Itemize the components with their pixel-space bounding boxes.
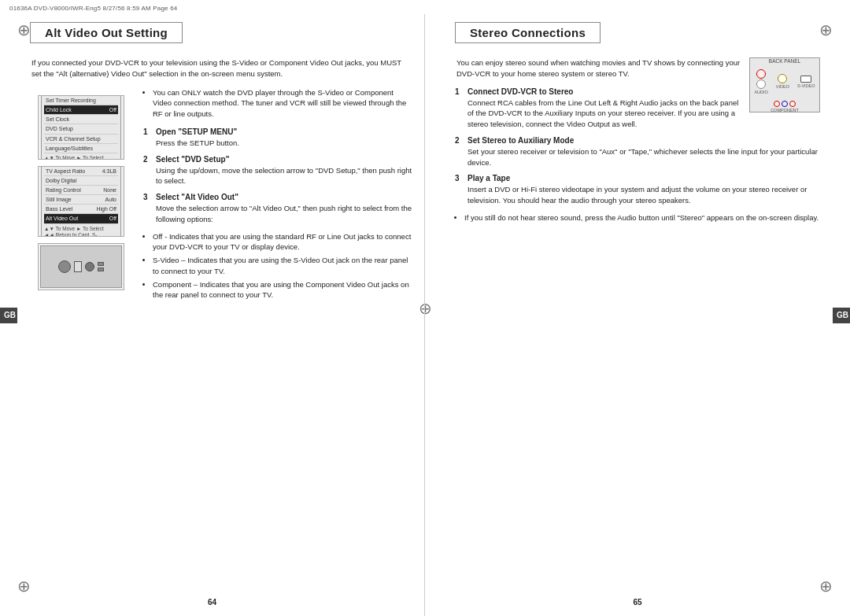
option-bullet-2: S-Video – Indicates that you are using t… [153, 255, 413, 277]
video-label: VIDEO [776, 84, 789, 89]
connector-group-component: COMPONENT [771, 101, 799, 113]
step-1-body: Press the SETUP button. [156, 138, 413, 149]
screen2-row6: Alt Video OutOff [44, 214, 118, 223]
steps-area: You can ONLY watch the DVD player throug… [143, 87, 413, 309]
right-step-2-content: Set Stereo to Auxiliary Mode Set your st… [468, 136, 820, 168]
step-1-content: Open "SETUP MENU" Press the SETUP button… [156, 127, 413, 149]
right-step-3-content: Play a Tape Insert a DVD or Hi-Fi stereo… [468, 174, 820, 206]
step-3-content: Select "Alt Video Out" Move the selectio… [156, 193, 413, 225]
screen1-row1: Set Timer Recording [44, 96, 118, 105]
page-number-left: 64 [208, 598, 216, 607]
left-intro: If you connected your DVD-VCR to your te… [30, 57, 413, 79]
left-section-header: Alt Video Out Setting [30, 22, 413, 51]
screen2-row2: Dolby Digital [44, 176, 118, 186]
step-2-body: Using the up/down, move the selection ar… [156, 165, 413, 187]
screen2-row5: Bass LevelHigh Off [44, 205, 118, 214]
panel-slot [74, 261, 82, 272]
right-step-2-title: Set Stereo to Auxiliary Mode [468, 136, 820, 145]
step-2-title: Select "DVD Setup" [156, 155, 413, 164]
step-3-number: 3 [143, 193, 156, 201]
left-section-title: Alt Video Out Setting [30, 22, 183, 43]
screen1-row3: Set Clock [44, 115, 118, 124]
screen1-row6: Language/Subtitles [44, 144, 118, 153]
right-step-3-number: 3 [455, 174, 468, 183]
component-label: COMPONENT [771, 108, 799, 113]
meta-line: 01636A DVD-V8000/IWR-Eng5 8/27/56 8:59 A… [9, 5, 178, 12]
front-panel-screen [38, 243, 124, 290]
video-connector [778, 74, 787, 83]
screen2-row3: Rating ControlNone [44, 186, 118, 195]
connector-panel-container: BACK PANEL AUDIO VIDEO [749, 57, 820, 113]
right-step-2: 2 Set Stereo to Auxiliary Mode Set your … [455, 136, 820, 168]
dvd-setup-screen: DVD SETUP TV Aspect Ratio4:3LB Dolby Dig… [38, 166, 124, 237]
right-step-1-title: Connect DVD-VCR to Stereo [468, 87, 743, 96]
right-step-3: 3 Play a Tape Insert a DVD or Hi-Fi ster… [455, 174, 820, 206]
component-pb [782, 101, 788, 107]
panel-mini-btn2 [98, 267, 104, 271]
audio-label: AUDIO [754, 90, 767, 94]
component-y [774, 101, 780, 107]
device-images: SETUP MENU Set Timer Recording Child Loc… [38, 95, 132, 309]
screen2-row4: Still ImageAuto [44, 195, 118, 205]
step-3-title: Select "Alt Video Out" [156, 193, 413, 201]
connector-group-video: VIDEO [776, 74, 789, 89]
setup-menu-screen: SETUP MENU Set Timer Recording Child Loc… [38, 95, 124, 160]
bullet-item-1: You can ONLY watch the DVD player throug… [153, 87, 413, 120]
left-body: SETUP MENU Set Timer Recording Child Loc… [30, 87, 413, 309]
panel-mini-btn1 [98, 262, 104, 266]
left-bullets: You can ONLY watch the DVD player throug… [143, 87, 413, 120]
component-pr [789, 101, 796, 107]
step-1: 1 Open "SETUP MENU" Press the SETUP butt… [143, 127, 413, 149]
screen1-row4: DVD Setup [44, 124, 118, 134]
gb-badge-right: GB [833, 308, 850, 323]
audio-right-connector [756, 69, 766, 79]
right-section-title: Stereo Connections [455, 22, 601, 43]
right-step-1-body: Connect RCA cables from the Line Out Lef… [468, 98, 743, 130]
option-bullet-3: Component – Indicates that you are using… [153, 279, 413, 301]
connector-row-1: AUDIO VIDEO S-VIDEO [754, 69, 815, 94]
screen1-row5: VCR & Channel Setup [44, 135, 118, 144]
page-number-right: 65 [633, 598, 641, 607]
right-step-1-content: Connect DVD-VCR to Stereo Connect RCA ca… [468, 87, 743, 130]
step-2-content: Select "DVD Setup" Using the up/down, mo… [156, 155, 413, 187]
left-column: GB Alt Video Out Setting If you connecte… [0, 14, 425, 616]
step-2-number: 2 [143, 155, 156, 164]
right-section-header: Stereo Connections [455, 22, 820, 51]
left-content: Alt Video Out Setting If you connected y… [30, 22, 413, 308]
right-step-1-number: 1 [455, 87, 468, 96]
component-circles [774, 101, 796, 107]
panel-buttons-group [98, 262, 104, 271]
right-sub-bullets: If you still do not hear stereo sound, p… [455, 212, 820, 223]
step-2: 2 Select "DVD Setup" Using the up/down, … [143, 155, 413, 187]
right-step-3-body: Insert a DVD or Hi-Fi stereo videotape i… [468, 184, 820, 206]
connector-group-audio: AUDIO [754, 69, 767, 94]
connector-row-2: COMPONENT [771, 101, 799, 113]
options-bullets: Off - Indicates that you are using the s… [143, 231, 413, 301]
right-step-2-body: Set your stereo receiver or television t… [468, 146, 820, 168]
right-column: GB Stereo Connections BACK PANEL AUDIO [425, 14, 850, 616]
screen2-row1: TV Aspect Ratio4:3LB [44, 167, 118, 176]
panel-button1 [58, 260, 71, 273]
connector-panel: BACK PANEL AUDIO VIDEO [749, 57, 820, 113]
option-bullet-1: Off - Indicates that you are using the s… [153, 231, 413, 253]
connector-label: BACK PANEL [769, 58, 800, 64]
svideo-connector [800, 76, 811, 83]
right-sub-bullet-1: If you still do not hear stereo sound, p… [464, 212, 820, 223]
audio-left-connector [756, 79, 766, 89]
right-content: Stereo Connections BACK PANEL AUDIO [455, 22, 820, 223]
screen2: DVD SETUP TV Aspect Ratio4:3LB Dolby Dig… [41, 166, 121, 237]
page-container: GB Alt Video Out Setting If you connecte… [0, 0, 850, 616]
step-3: 3 Select "Alt Video Out" Move the select… [143, 193, 413, 225]
step-1-title: Open "SETUP MENU" [156, 127, 413, 136]
step-1-number: 1 [143, 127, 156, 136]
right-step-3-title: Play a Tape [468, 174, 820, 183]
right-step-1: 1 Connect DVD-VCR to Stereo Connect RCA … [455, 87, 743, 130]
connector-group-svideo: S-VIDEO [797, 76, 815, 88]
screen1: SETUP MENU Set Timer Recording Child Loc… [41, 95, 121, 160]
step-3-body: Move the selection arrow to "Alt Video O… [156, 203, 413, 225]
front-panel-graphic [40, 245, 122, 288]
screen1-nav: ▲▼ To Move ► To Select◄◄ Return to Card [44, 155, 118, 160]
screen2-nav: ▲▼ To Move ► To Select◄◄ Return to Card … [44, 226, 118, 237]
panel-button2 [85, 262, 94, 271]
svideo-label: S-VIDEO [797, 83, 815, 88]
